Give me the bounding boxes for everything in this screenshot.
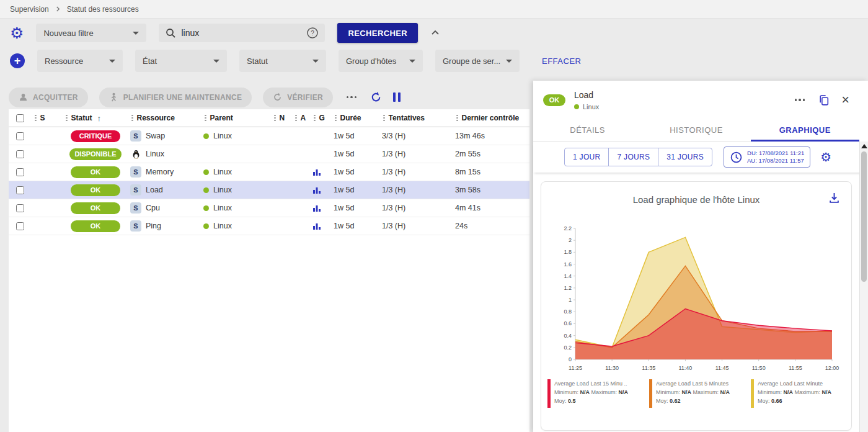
header-ack[interactable]: A (294, 114, 312, 123)
table-row[interactable]: DISPONIBLE Linux (9, 145, 529, 163)
custom-period-picker[interactable]: DU: 17/08/2021 11:21 AU: 17/08/2021 11:5… (724, 146, 810, 168)
copy-link-icon[interactable] (818, 94, 830, 106)
sort-asc-icon[interactable]: ↑ (97, 114, 102, 123)
criteria-select[interactable]: Group d'hôtes (339, 50, 423, 72)
legend-color-bar (649, 379, 652, 408)
refresh-icon[interactable] (370, 91, 382, 103)
column-drag-icon[interactable] (382, 114, 386, 123)
check-button[interactable]: VÉRIFIER (263, 88, 333, 107)
period-from: DU: 17/08/2021 11:21 (747, 150, 804, 157)
header-notification[interactable]: N (273, 114, 294, 123)
resource-cell[interactable]: S Memory (130, 166, 203, 178)
export-download-icon[interactable] (828, 192, 840, 204)
column-drag-icon[interactable] (312, 114, 317, 123)
graph-cell[interactable] (312, 168, 334, 176)
clear-filters-button[interactable]: EFFACER (542, 56, 581, 66)
pause-refresh-icon[interactable] (393, 92, 401, 102)
table-row[interactable]: OK S Load Linux (9, 181, 529, 199)
graph-cell[interactable] (312, 222, 334, 230)
filter-settings-gear-icon[interactable]: ⚙ (10, 25, 24, 41)
search-help-icon[interactable]: ? (306, 27, 319, 39)
scrollbar-thumb[interactable] (861, 151, 867, 282)
table-body: CRITIQUE S Swap Linux (9, 127, 529, 235)
panel-tab[interactable]: HISTORIQUE (642, 119, 750, 141)
graph-icon[interactable] (312, 222, 321, 230)
acknowledge-button[interactable]: ACQUITTER (9, 88, 88, 107)
resource-cell[interactable]: S Swap (130, 130, 203, 142)
header-tries[interactable]: Tentatives (382, 114, 455, 123)
row-checkbox[interactable] (16, 150, 24, 158)
legend-moy: Moy: 0.5 (554, 397, 628, 405)
criteria-select[interactable]: Statut (239, 50, 326, 72)
header-graph[interactable]: G (312, 114, 334, 123)
svg-text:11:40: 11:40 (678, 365, 692, 371)
panel-scrollbar[interactable] (859, 142, 868, 432)
search-input[interactable] (181, 28, 301, 38)
range-button[interactable]: 31 JOURS (658, 148, 712, 166)
range-button[interactable]: 1 JOUR (564, 148, 609, 166)
table-row[interactable]: OK S Cpu Linux (9, 199, 529, 217)
close-panel-icon[interactable]: × (841, 93, 849, 107)
downtime-button[interactable]: PLANIFIER UNE MAINTENANCE (99, 88, 252, 107)
search-button[interactable]: RECHERCHER (337, 23, 418, 43)
legend-item[interactable]: Average Load Last 15 Minu .. Minimum: N/… (547, 379, 643, 408)
panel-tab[interactable]: GRAPHIQUE (751, 119, 859, 141)
breadcrumb-item-resources-status[interactable]: Statut des ressources (67, 5, 139, 14)
resource-cell[interactable]: S Load (130, 184, 203, 196)
header-last-check[interactable]: Dernier contrôle (455, 114, 529, 123)
collapse-filters-chevron-up-icon[interactable] (430, 28, 440, 38)
row-checkbox[interactable] (16, 186, 24, 194)
select-all-checkbox[interactable] (16, 114, 24, 122)
table-row[interactable]: OK S Memory Linux (9, 163, 529, 181)
breadcrumb-item-supervision[interactable]: Supervision (10, 5, 49, 14)
header-severity[interactable]: S (33, 114, 61, 123)
row-checkbox[interactable] (16, 222, 24, 230)
graph-cell[interactable] (312, 186, 334, 194)
row-checkbox-cell (9, 204, 33, 212)
column-drag-icon[interactable] (64, 114, 69, 123)
graph-settings-gear-icon[interactable]: ⚙ (820, 151, 831, 163)
row-checkbox[interactable] (16, 204, 24, 212)
graph-cell[interactable] (312, 150, 334, 158)
header-status[interactable]: Statut ↑ (61, 114, 130, 123)
table-row[interactable]: OK S Ping Linux (9, 217, 529, 235)
scrollbar-up-arrow-icon[interactable] (861, 144, 867, 148)
table-row[interactable]: CRITIQUE S Swap Linux (9, 127, 529, 145)
svg-text:11:45: 11:45 (715, 365, 729, 371)
load-area-chart[interactable]: 00.20.40.60.811.21.41.61.822.211:2511:30… (551, 222, 842, 374)
graph-icon[interactable] (312, 204, 321, 212)
column-drag-icon[interactable] (294, 114, 298, 123)
column-drag-icon[interactable] (273, 114, 277, 123)
criteria-select[interactable]: Groupe de ser... (435, 50, 520, 72)
criteria-select[interactable]: État (135, 50, 227, 72)
row-checkbox[interactable] (16, 168, 24, 176)
graph-cell[interactable] (312, 132, 334, 140)
column-drag-icon[interactable] (334, 114, 338, 123)
range-button[interactable]: 7 JOURS (608, 148, 658, 166)
panel-more-icon[interactable] (792, 96, 808, 104)
resource-cell[interactable]: S Ping (130, 220, 203, 232)
add-criteria-button[interactable]: + (10, 53, 25, 68)
criteria-select[interactable]: Ressource (37, 50, 123, 72)
svg-text:2: 2 (569, 237, 572, 243)
column-drag-icon[interactable] (33, 114, 38, 123)
column-drag-icon[interactable] (130, 114, 135, 123)
resource-cell[interactable]: Linux (130, 148, 203, 160)
resource-cell[interactable]: S Cpu (130, 202, 203, 214)
graph-icon[interactable] (312, 168, 321, 176)
header-duration[interactable]: Durée (334, 114, 382, 123)
legend-item[interactable]: Average Load Last Minute Minimum: N/A Ma… (751, 379, 846, 408)
saved-filter-select[interactable]: Nouveau filtre (36, 24, 146, 42)
header-parent[interactable]: Parent (203, 114, 273, 123)
column-drag-icon[interactable] (455, 114, 459, 123)
more-actions-icon[interactable] (344, 94, 360, 101)
row-checkbox[interactable] (16, 132, 24, 140)
legend-item[interactable]: Average Load Last 5 Minutes Minimum: N/A… (649, 379, 745, 408)
header-resource[interactable]: Ressource (130, 114, 203, 123)
parent-cell: Linux (203, 132, 273, 140)
column-drag-icon[interactable] (203, 114, 208, 123)
status-badge: CRITIQUE (71, 130, 120, 142)
panel-tab[interactable]: DÉTAILS (533, 119, 642, 141)
graph-cell[interactable] (312, 204, 334, 212)
graph-icon[interactable] (312, 186, 321, 194)
